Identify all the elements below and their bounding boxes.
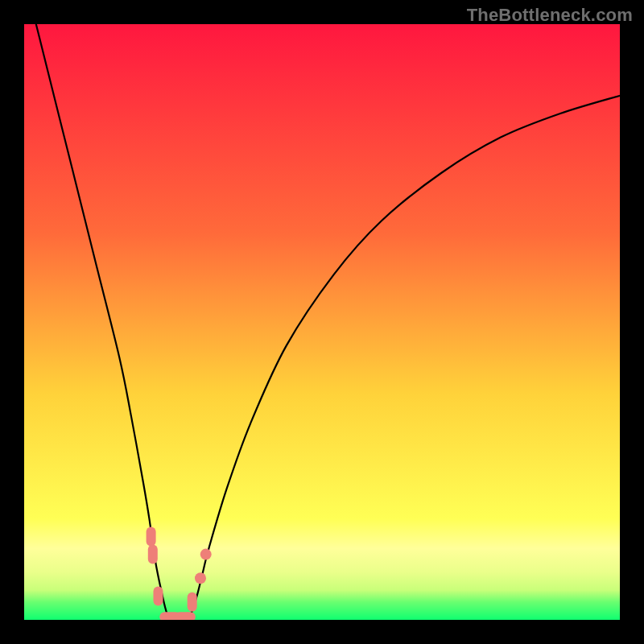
bottleneck-chart — [24, 24, 620, 620]
curve-marker — [147, 526, 156, 546]
chart-frame: TheBottleneck.com — [0, 0, 644, 644]
curve-marker — [188, 592, 197, 612]
curve-marker — [148, 545, 158, 564]
curve-marker — [175, 612, 196, 620]
curve-marker — [195, 572, 206, 584]
watermark-text: TheBottleneck.com — [467, 5, 633, 26]
chart-svg — [24, 24, 620, 620]
curve-marker — [154, 586, 163, 605]
chart-background — [24, 24, 620, 620]
curve-marker — [200, 549, 212, 560]
